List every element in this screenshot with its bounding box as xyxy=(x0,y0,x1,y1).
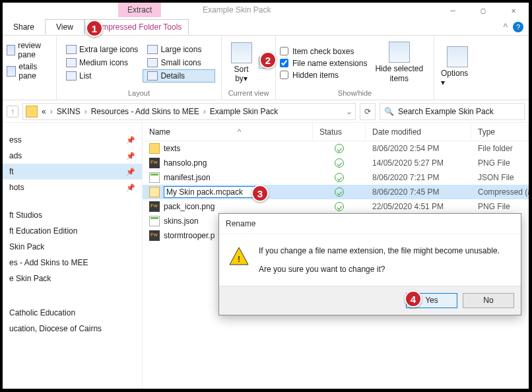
dialog-message-2: Are you sure you want to change it? xyxy=(259,265,500,274)
col-date[interactable]: Date modified xyxy=(366,123,471,141)
status-ok-icon xyxy=(335,173,344,182)
help-icon[interactable]: ? xyxy=(513,22,523,32)
check-item-boxes[interactable]: Item check boxes xyxy=(280,47,367,56)
current-view-group-label: Current view xyxy=(226,88,271,98)
collapse-ribbon-icon[interactable]: ^ xyxy=(503,22,508,32)
status-ok-icon xyxy=(335,187,344,197)
pin-icon: 📌 xyxy=(126,136,135,145)
rename-dialog: Rename ! If you change a file name exten… xyxy=(218,213,521,315)
nav-bottom-item[interactable]: Catholic Education xyxy=(3,305,142,321)
titlebar: Extract Example Skin Pack — ▢ ✕ xyxy=(3,3,529,18)
panes-group-label xyxy=(7,96,52,98)
layout-small[interactable]: Small icons xyxy=(143,56,215,69)
file-name: texts xyxy=(164,144,180,153)
crumb-example[interactable]: Example Skin Pack xyxy=(207,107,281,116)
json-icon xyxy=(149,216,160,226)
nav-quick-item[interactable]: hots📌 xyxy=(3,180,142,195)
layout-group-label: Layout xyxy=(61,88,217,98)
folder-icon xyxy=(149,143,160,154)
layout-extra-large[interactable]: Extra large icons xyxy=(61,43,143,56)
column-headers: Name^ Status Date modified Type xyxy=(143,123,529,141)
nav-bottom-item[interactable]: ucation, Diocese of Cairns xyxy=(3,321,142,337)
crumb-resources[interactable]: Resources - Add Skins to MEE xyxy=(88,107,202,116)
layout-details[interactable]: Details xyxy=(143,69,215,82)
options-button[interactable]: Options ▾ xyxy=(438,45,477,88)
sort-by-button[interactable]: Sort by▾ xyxy=(226,41,257,84)
file-type: Compressed (a xyxy=(471,187,529,197)
show-hide-group-label: Show/hide xyxy=(280,88,430,98)
no-button[interactable]: No xyxy=(463,293,514,308)
png-icon xyxy=(149,201,160,212)
crumb-skins[interactable]: SKINS xyxy=(54,107,83,116)
layout-icon xyxy=(66,45,77,54)
layout-icon xyxy=(147,71,158,81)
nav-quick-item[interactable]: ess📌 xyxy=(3,132,142,148)
file-name: skins.json xyxy=(164,216,199,226)
nav-recent-item[interactable]: es - Add Skins to MEE xyxy=(3,255,142,271)
col-name[interactable]: Name^ xyxy=(143,123,313,141)
layout-large[interactable]: Large icons xyxy=(143,43,215,56)
file-row[interactable]: texts8/06/2020 2:54 PMFile folder xyxy=(143,141,529,156)
layout-icon xyxy=(66,58,77,67)
layout-icon xyxy=(147,58,158,67)
annotation-badge-2: 2 xyxy=(259,51,277,69)
nav-recent-item[interactable]: Skin Pack xyxy=(3,239,142,255)
file-date: 22/05/2020 4:51 PM xyxy=(366,202,471,211)
rename-input[interactable] xyxy=(164,186,263,198)
hide-selected-button[interactable]: Hide selecteditems xyxy=(372,40,426,84)
nav-quick-item[interactable]: ft📌 xyxy=(3,164,142,180)
dialog-title: Rename xyxy=(219,214,521,234)
layout-icon xyxy=(66,71,77,81)
folder-icon xyxy=(26,106,38,117)
maximize-button[interactable]: ▢ xyxy=(468,3,498,18)
file-row[interactable]: pack_icon.png22/05/2020 4:51 PMPNG File xyxy=(143,199,529,214)
warning-icon: ! xyxy=(228,246,249,267)
col-status[interactable]: Status xyxy=(313,123,366,141)
breadcrumb[interactable]: «› SKINS› Resources - Add Skins to MEE› … xyxy=(22,103,356,120)
nav-up-button[interactable]: ↑ xyxy=(7,106,18,117)
dialog-message-1: If you change a file name extension, the… xyxy=(259,246,500,255)
check-file-extensions[interactable]: File name extensions xyxy=(280,59,367,68)
details-pane-icon xyxy=(7,66,16,77)
search-icon: 🔍 xyxy=(384,107,394,116)
refresh-button[interactable]: ⟳ xyxy=(360,103,376,120)
pin-icon: 📌 xyxy=(126,183,135,192)
details-pane-button[interactable]: etails pane xyxy=(7,62,52,81)
layout-list[interactable]: List xyxy=(61,69,143,82)
close-button[interactable]: ✕ xyxy=(498,3,529,18)
chevron-down-icon[interactable]: ⌄ xyxy=(346,107,352,116)
nav-recent-item[interactable]: e Skin Pack xyxy=(3,271,142,286)
minimize-button[interactable]: — xyxy=(438,3,468,18)
check-hidden-items[interactable]: Hidden items xyxy=(280,71,367,80)
nav-recent-item[interactable]: ft Education Edition xyxy=(3,223,142,239)
file-name: pack_icon.png xyxy=(164,202,215,211)
nav-pane: ess📌ads📌ft📌hots📌 ft Studiosft Education … xyxy=(3,123,143,389)
annotation-badge-1: 1 xyxy=(86,20,103,37)
json-icon xyxy=(149,172,160,183)
status-ok-icon xyxy=(335,158,344,168)
chevron-down-icon: ▾ xyxy=(244,74,248,83)
file-name: stormtrooper.p xyxy=(164,231,215,240)
file-date: 14/05/2020 5:27 PM xyxy=(366,158,471,168)
png-icon xyxy=(149,230,160,241)
nav-quick-item[interactable]: ads📌 xyxy=(3,148,142,164)
nav-recent-item[interactable]: ft Studios xyxy=(3,207,142,223)
file-type: File folder xyxy=(471,144,529,153)
annotation-badge-4: 4 xyxy=(405,290,422,308)
file-row[interactable]: 8/06/2020 7:45 PMCompressed (a xyxy=(143,185,529,199)
file-date: 8/06/2020 2:54 PM xyxy=(366,144,471,153)
file-row[interactable]: hansolo.png14/05/2020 5:27 PMPNG File xyxy=(143,156,529,170)
file-date: 8/06/2020 7:45 PM xyxy=(366,187,471,197)
col-type[interactable]: Type xyxy=(471,123,529,141)
crumb-back[interactable]: « xyxy=(39,107,49,116)
details-pane-label: etails pane xyxy=(18,62,52,81)
file-type: PNG File xyxy=(471,202,529,211)
preview-pane-button[interactable]: review pane xyxy=(7,41,52,59)
layout-medium[interactable]: Medium icons xyxy=(61,56,143,69)
tab-view[interactable]: View xyxy=(45,19,84,35)
tab-share[interactable]: Share xyxy=(3,20,45,34)
search-box[interactable]: 🔍 Search Example Skin Pack xyxy=(380,103,525,120)
png-icon xyxy=(149,158,160,168)
file-row[interactable]: manifest.json8/06/2020 7:21 PMJSON File xyxy=(143,170,529,185)
options-icon xyxy=(447,46,468,67)
